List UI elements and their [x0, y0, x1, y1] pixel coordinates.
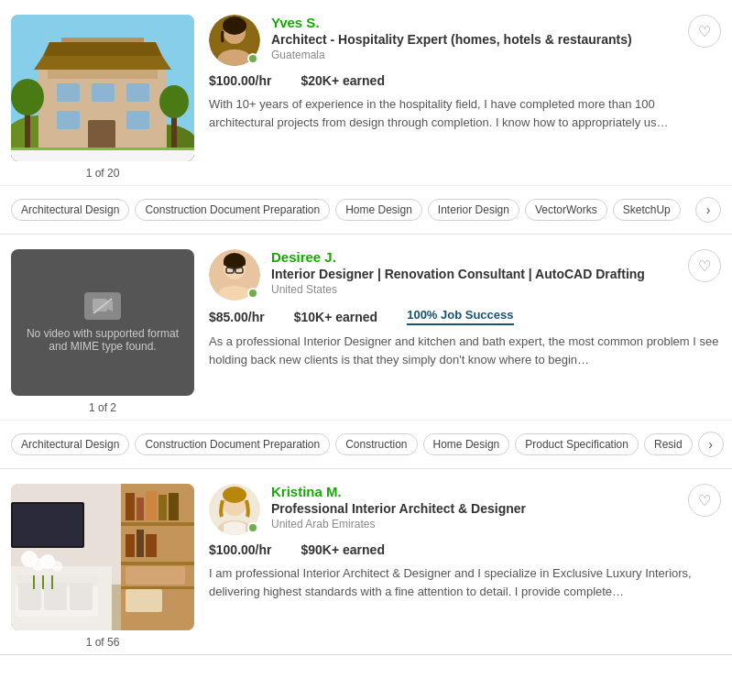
- svg-rect-60: [121, 562, 194, 565]
- svg-rect-9: [92, 83, 115, 102]
- tag-2-3[interactable]: Home Design: [423, 433, 510, 455]
- tag-1-3[interactable]: Interior Design: [428, 199, 519, 221]
- earned-stat-1: $20K+ earned: [301, 73, 385, 88]
- freelancer-card-2: No video with supported format and MIME …: [0, 235, 732, 469]
- tag-2-0[interactable]: Architectural Design: [11, 433, 129, 455]
- svg-rect-52: [146, 491, 157, 520]
- tag-1-0[interactable]: Architectural Design: [11, 199, 129, 221]
- freelancer-name-3[interactable]: Kristina M.: [271, 484, 677, 499]
- tag-1-5[interactable]: SketchUp: [613, 199, 681, 221]
- svg-rect-56: [126, 534, 135, 557]
- tag-2-5[interactable]: Resid: [644, 433, 693, 455]
- profile-header-1: Yves S. Architect - Hospitality Expert (…: [209, 15, 721, 66]
- svg-point-22: [223, 16, 246, 35]
- tag-2-4[interactable]: Product Specification: [515, 433, 639, 455]
- tags-row-2: Architectural Design Construction Docume…: [0, 420, 732, 468]
- description-3: I am professional Interior Architect & D…: [209, 564, 721, 600]
- card-main-3: 1 of 56: [0, 484, 732, 654]
- earned-value-1: $20K+ earned: [301, 73, 385, 88]
- no-video-text: No video with supported format and MIME …: [22, 327, 183, 353]
- online-indicator-1: [247, 53, 258, 64]
- tags-scroll-right-1[interactable]: ›: [695, 197, 721, 223]
- thumbnail-3[interactable]: [11, 484, 194, 630]
- svg-rect-12: [126, 111, 149, 129]
- card-main-2: No video with supported format and MIME …: [0, 249, 732, 420]
- tag-1-1[interactable]: Construction Document Preparation: [135, 199, 330, 221]
- svg-point-43: [51, 561, 62, 572]
- name-title-2: Desiree J. Interior Designer | Renovatio…: [271, 249, 677, 296]
- svg-marker-7: [43, 42, 162, 56]
- svg-rect-8: [57, 83, 80, 102]
- svg-point-19: [159, 85, 189, 118]
- description-1: With 10+ years of experience in the hosp…: [209, 95, 721, 131]
- tag-1-2[interactable]: Home Design: [335, 199, 422, 221]
- svg-rect-59: [126, 566, 185, 585]
- earned-value-2: $10K+ earned: [294, 310, 377, 324]
- freelancer-location-3: United Arab Emirates: [271, 518, 677, 530]
- profile-section-3: Kristina M. Professional Interior Archit…: [209, 484, 721, 654]
- rate-stat-2: $85.00/hr: [209, 310, 265, 324]
- rate-value-3: $100.00/hr: [209, 542, 272, 557]
- svg-rect-61: [126, 589, 162, 612]
- tag-2-2[interactable]: Construction: [335, 433, 417, 455]
- freelancer-location-1: Guatemala: [271, 49, 677, 61]
- svg-rect-54: [169, 493, 179, 520]
- thumbnail-2[interactable]: No video with supported format and MIME …: [11, 249, 194, 396]
- earned-value-3: $90K+ earned: [301, 542, 385, 557]
- online-indicator-2: [247, 288, 258, 299]
- svg-rect-53: [158, 495, 167, 520]
- stats-row-3: $100.00/hr $90K+ earned: [209, 542, 721, 557]
- freelancer-location-2: United States: [271, 283, 677, 296]
- profile-header-3: Kristina M. Professional Interior Archit…: [209, 484, 721, 535]
- svg-point-65: [223, 487, 246, 503]
- svg-rect-58: [146, 534, 157, 557]
- tags-row-1: Architectural Design Construction Docume…: [0, 185, 732, 234]
- thumbnail-1[interactable]: [11, 15, 194, 161]
- freelancer-title-3: Professional Interior Architect & Design…: [271, 501, 677, 516]
- rate-value-2: $85.00/hr: [209, 310, 265, 324]
- svg-rect-28: [224, 260, 246, 266]
- earned-stat-3: $90K+ earned: [301, 542, 385, 557]
- thumb-count-2: 1 of 2: [11, 396, 194, 420]
- svg-marker-6: [34, 56, 171, 70]
- freelancer-name-1[interactable]: Yves S.: [271, 15, 677, 30]
- description-2: As a professional Interior Designer and …: [209, 333, 721, 368]
- favorite-button-3[interactable]: ♡: [688, 484, 721, 517]
- online-indicator-3: [247, 522, 258, 533]
- tags-scroll-right-2[interactable]: ›: [698, 432, 724, 457]
- avatar-wrapper-2: [209, 249, 260, 301]
- avatar-wrapper-1: [209, 15, 260, 66]
- freelancer-card-3: 1 of 56: [0, 469, 732, 655]
- thumb-count-3: 1 of 56: [11, 630, 194, 654]
- svg-rect-48: [13, 504, 82, 546]
- svg-rect-51: [137, 498, 144, 520]
- name-title-3: Kristina M. Professional Interior Archit…: [271, 484, 677, 530]
- stats-row-1: $100.00/hr $20K+ earned: [209, 73, 721, 88]
- job-success-badge-2: 100% Job Success: [407, 308, 513, 325]
- svg-rect-39: [70, 583, 93, 610]
- tag-1-4[interactable]: VectorWorks: [525, 199, 607, 221]
- favorite-button-1[interactable]: ♡: [688, 15, 721, 48]
- profile-section-2: Desiree J. Interior Designer | Renovatio…: [209, 249, 721, 420]
- svg-rect-50: [126, 493, 135, 520]
- freelancer-card-1: 1 of 20: [0, 0, 732, 235]
- video-broken-icon: [84, 292, 121, 320]
- svg-point-42: [21, 551, 38, 567]
- svg-rect-15: [11, 150, 194, 161]
- freelancer-title-2: Interior Designer | Renovation Consultan…: [271, 267, 677, 281]
- svg-rect-55: [121, 522, 194, 526]
- name-title-1: Yves S. Architect - Hospitality Expert (…: [271, 15, 677, 61]
- freelancer-title-1: Architect - Hospitality Expert (homes, h…: [271, 32, 677, 47]
- freelancer-name-2[interactable]: Desiree J.: [271, 249, 677, 265]
- no-video-placeholder: No video with supported format and MIME …: [11, 249, 194, 396]
- thumb-count-1: 1 of 20: [11, 161, 194, 185]
- favorite-button-2[interactable]: ♡: [688, 249, 721, 282]
- svg-rect-10: [126, 83, 149, 102]
- rate-value-1: $100.00/hr: [209, 73, 272, 88]
- avatar-wrapper-3: [209, 484, 260, 535]
- tag-2-1[interactable]: Construction Document Preparation: [135, 433, 330, 455]
- earned-stat-2: $10K+ earned: [294, 310, 377, 324]
- svg-rect-57: [137, 530, 144, 557]
- svg-rect-37: [18, 583, 41, 610]
- rate-stat-1: $100.00/hr: [209, 73, 272, 88]
